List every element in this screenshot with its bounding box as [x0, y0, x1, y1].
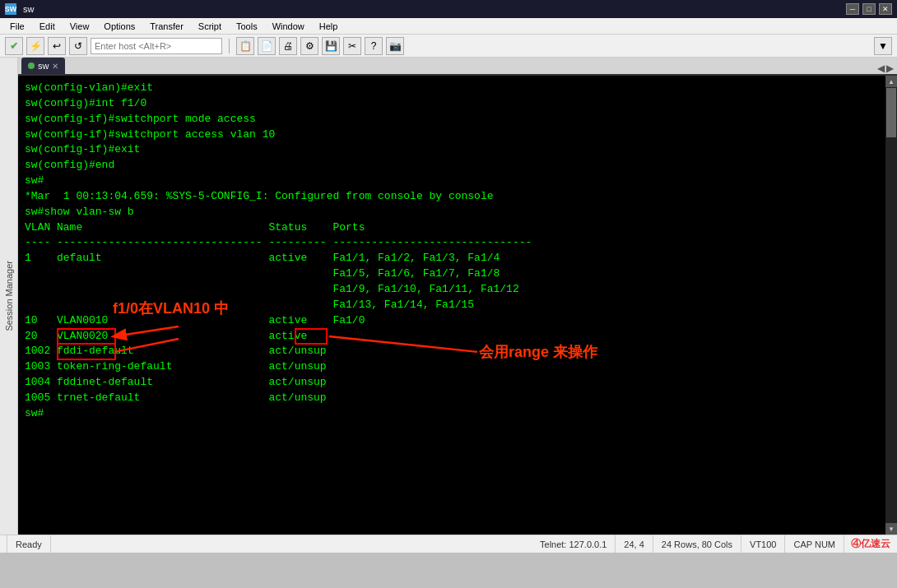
session-manager-label: Session Manager — [4, 261, 14, 331]
terminal-line: Fa1/9, Fa1/10, Fa1/11, Fa1/12 — [25, 282, 879, 298]
toolbar-checkmark[interactable]: ✔ — [5, 37, 23, 55]
tab-close-button[interactable]: ✕ — [52, 62, 58, 71]
close-button[interactable]: ✕ — [879, 3, 892, 15]
menu-file[interactable]: File — [3, 20, 31, 33]
scroll-up-button[interactable]: ▲ — [885, 76, 897, 87]
maximize-button[interactable]: □ — [862, 3, 876, 15]
terminal-line: 1002 fddi-default act/unsup — [25, 344, 879, 359]
terminal-line: sw(config-if)#exit — [25, 142, 879, 158]
brand-label: ④亿速云 — [851, 537, 890, 551]
window-controls: ─ □ ✕ — [846, 3, 892, 15]
status-cap: CAP NUM — [785, 535, 844, 553]
main-area: Session Manager sw ✕ ◀ ▶ sw(config-vlan)… — [0, 58, 897, 535]
terminal-line: ---- -------------------------------- --… — [25, 235, 879, 251]
toolbar-print[interactable]: 🖨 — [279, 37, 297, 55]
title-bar: SW sw ─ □ ✕ — [0, 0, 897, 18]
menu-tools[interactable]: Tools — [230, 20, 264, 33]
status-bar: Ready Telnet: 127.0.0.1 24, 4 24 Rows, 8… — [0, 535, 897, 553]
window-title: sw — [23, 4, 839, 14]
terminal-line: sw(config)#end — [25, 158, 879, 174]
menu-edit[interactable]: Edit — [33, 20, 62, 33]
menu-options[interactable]: Options — [97, 20, 142, 33]
toolbar-copy[interactable]: 📋 — [236, 37, 254, 55]
status-dimensions: 24 Rows, 80 Cols — [653, 535, 741, 553]
toolbar-cut[interactable]: ✂ — [343, 37, 361, 55]
menu-view[interactable]: View — [63, 20, 96, 33]
menu-window[interactable]: Window — [266, 20, 311, 33]
scroll-track — [885, 87, 897, 523]
terminal-line: 20 VLAN0020 active — [25, 329, 879, 345]
host-input[interactable] — [91, 38, 222, 54]
terminal-line: sw# — [25, 406, 879, 422]
status-cursor: 24, 4 — [616, 535, 653, 553]
status-terminal: VT100 — [741, 535, 785, 553]
terminal-line: sw(config-if)#switchport access vlan 10 — [25, 127, 879, 143]
toolbar-paste[interactable]: 📄 — [258, 37, 276, 55]
tab-sw[interactable]: sw ✕ — [21, 58, 65, 74]
terminal-line: Fa1/5, Fa1/6, Fa1/7, Fa1/8 — [25, 266, 879, 282]
terminal-line: sw(config)#int f1/0 — [25, 96, 879, 112]
terminal-line: 10 VLAN0010 active Fa1/0 — [25, 313, 879, 329]
toolbar-help[interactable]: ? — [365, 37, 383, 55]
terminal-line: *Mar 1 00:13:04.659: %SYS-5-CONFIG_I: Co… — [25, 189, 879, 205]
tab-label: sw — [38, 61, 49, 71]
toolbar-settings[interactable]: ⚙ — [300, 37, 318, 55]
toolbar: ✔ ⚡ ↩ ↺ 📋 📄 🖨 ⚙ 💾 ✂ ? 📷 ▼ — [0, 35, 897, 58]
toolbar-save[interactable]: 💾 — [322, 37, 340, 55]
toolbar-refresh[interactable]: ↺ — [69, 37, 87, 55]
terminal-line: 1 default active Fa1/1, Fa1/2, Fa1/3, Fa… — [25, 251, 879, 266]
tab-active-indicator — [28, 63, 35, 69]
menu-script[interactable]: Script — [192, 20, 228, 33]
status-host: Telnet: 127.0.0.1 — [532, 535, 616, 553]
minimize-button[interactable]: ─ — [846, 3, 859, 15]
tab-bar: sw ✕ ◀ ▶ — [18, 58, 897, 76]
terminal-line: Fa1/13, Fa1/14, Fa1/15 — [25, 298, 879, 313]
tab-bar-wrapper: sw ✕ ◀ ▶ sw(config-vlan)#exitsw(config)#… — [18, 58, 897, 535]
terminal-line: 1003 token-ring-default act/unsup — [25, 359, 879, 375]
terminal-line: sw(config-vlan)#exit — [25, 81, 879, 96]
terminal-scrollbar[interactable]: ▲ ▼ — [885, 76, 897, 535]
terminal-container: sw(config-vlan)#exitsw(config)#int f1/0s… — [18, 76, 897, 535]
tab-nav-left[interactable]: ◀ — [877, 63, 885, 74]
terminal-line: sw# — [25, 174, 879, 189]
menu-bar: File Edit View Options Transfer Script T… — [0, 18, 897, 35]
scroll-down-button[interactable]: ▼ — [885, 523, 897, 535]
toolbar-separator — [229, 39, 230, 53]
terminal-line: sw(config-if)#switchport mode access — [25, 112, 879, 127]
toolbar-expand[interactable]: ▼ — [874, 37, 892, 55]
terminal-line: 1004 fddinet-default act/unsup — [25, 375, 879, 391]
terminal-line: sw#show vlan-sw b — [25, 205, 879, 220]
menu-transfer[interactable]: Transfer — [143, 20, 190, 33]
toolbar-bolt[interactable]: ⚡ — [26, 37, 44, 55]
scroll-thumb[interactable] — [886, 88, 896, 137]
session-manager-panel: Session Manager — [0, 58, 18, 535]
terminal-line: 1005 trnet-default act/unsup — [25, 391, 879, 406]
status-ready: Ready — [7, 535, 51, 553]
tab-nav-right[interactable]: ▶ — [886, 63, 894, 74]
menu-help[interactable]: Help — [313, 20, 345, 33]
terminal-line: VLAN Name Status Ports — [25, 220, 879, 236]
app-icon: SW — [5, 3, 16, 15]
toolbar-back[interactable]: ↩ — [48, 37, 66, 55]
terminal[interactable]: sw(config-vlan)#exitsw(config)#int f1/0s… — [18, 76, 885, 535]
toolbar-camera[interactable]: 📷 — [386, 37, 404, 55]
